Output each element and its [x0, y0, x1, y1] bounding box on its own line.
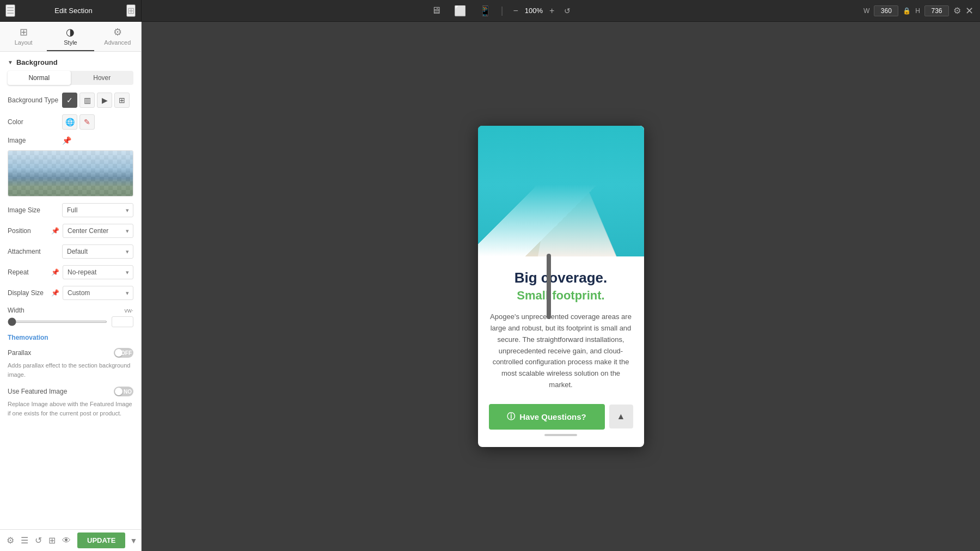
tablet-device-button[interactable]: ⬜: [451, 3, 469, 19]
svg-marker-1: [505, 126, 616, 256]
svg-line-7: [561, 126, 616, 256]
zoom-in-button[interactable]: +: [546, 5, 558, 17]
attachment-select[interactable]: Default Fixed Scroll: [62, 244, 133, 259]
advanced-icon: ⚙: [113, 26, 122, 38]
parallax-label: Parallax: [8, 349, 31, 357]
top-bar: ☰ Edit Section ⊞ 🖥 ⬜ 📱 | − 100% + ↺ W 🔒 …: [0, 0, 980, 22]
lock-icon: 🔒: [903, 7, 911, 15]
phone-up-button[interactable]: ▲: [609, 405, 633, 428]
phone-cta-row: ⓘ Have Questions? ▲: [489, 404, 633, 430]
phone-green-text: Small footprint.: [489, 289, 633, 303]
history-button[interactable]: ↺: [35, 535, 42, 546]
mobile-device-button[interactable]: 📱: [476, 3, 494, 19]
templates-button[interactable]: ⊞: [48, 535, 56, 546]
image-size-select[interactable]: Full Large Medium Thumbnail: [62, 203, 133, 217]
image-label: Image: [8, 137, 62, 144]
image-pin-icon[interactable]: 📌: [62, 136, 71, 145]
zoom-value: 100%: [525, 7, 543, 15]
sidebar-content: ▼ Background Normal Hover Background Typ…: [0, 52, 141, 428]
tab-style[interactable]: ◑ Style: [47, 22, 94, 51]
preview-button[interactable]: 👁: [62, 536, 71, 546]
width-label: Width: [8, 307, 24, 314]
image-size-select-wrap: Full Large Medium Thumbnail: [62, 203, 133, 217]
display-size-pin-icon[interactable]: 📌: [51, 289, 59, 297]
right-resize-handle[interactable]: [547, 254, 551, 319]
parallax-description: Adds parallax effect to the section back…: [8, 361, 133, 379]
position-select[interactable]: Center Center Top Left Top Center Top Ri…: [63, 224, 133, 238]
parallax-toggle[interactable]: OFF: [114, 348, 133, 358]
zoom-out-button[interactable]: −: [510, 5, 521, 17]
background-type-control: ✓ ▥ ▶ ⊞: [62, 93, 133, 108]
bg-tab-hover[interactable]: Hover: [71, 71, 134, 85]
desktop-device-button[interactable]: 🖥: [428, 3, 444, 19]
repeat-pin-icon[interactable]: 📌: [51, 268, 59, 276]
top-bar-right: W 🔒 H ⚙ ✕: [857, 5, 980, 17]
bottom-bar: ⚙ ☰ ↺ ⊞ 👁 UPDATE ▼: [0, 529, 141, 551]
display-size-select-wrap: Custom Cover Contain Auto: [63, 286, 133, 300]
arrow-icon: ▼: [8, 59, 13, 65]
solid-type-button[interactable]: ✓: [62, 93, 77, 108]
tab-layout[interactable]: ⊞ Layout: [0, 22, 47, 51]
close-button[interactable]: ✕: [965, 5, 973, 17]
tab-style-label: Style: [64, 39, 77, 46]
width-slider[interactable]: [8, 321, 107, 323]
width-input[interactable]: [874, 5, 898, 16]
top-bar-center: 🖥 ⬜ 📱 | − 100% + ↺: [142, 3, 857, 19]
image-size-row: Image Size Full Large Medium Thumbnail: [8, 203, 133, 217]
phone-content: Big coverage. Small footprint. Apogee's …: [478, 256, 644, 447]
settings-button[interactable]: ⚙: [953, 5, 961, 16]
update-button[interactable]: UPDATE: [77, 532, 125, 548]
color-row: Color 🌐 ✎: [8, 114, 133, 130]
tab-advanced[interactable]: ⚙ Advanced: [94, 22, 141, 51]
width-label-row: Width vw·: [8, 307, 133, 314]
background-type-row: Background Type ✓ ▥ ▶ ⊞: [8, 93, 133, 108]
position-pin-icon[interactable]: 📌: [51, 227, 59, 235]
video-type-button[interactable]: ▶: [97, 93, 112, 108]
grid-button[interactable]: ⊞: [126, 4, 136, 17]
position-select-wrap: Center Center Top Left Top Center Top Ri…: [63, 224, 133, 238]
phone-cta-button[interactable]: ⓘ Have Questions?: [489, 404, 605, 430]
svg-rect-4: [560, 126, 562, 197]
gradient-type-button[interactable]: ▥: [79, 93, 95, 108]
tab-bar: ⊞ Layout ◑ Style ⚙ Advanced: [0, 22, 141, 52]
refresh-button[interactable]: ↺: [564, 7, 571, 15]
question-icon: ⓘ: [507, 412, 515, 422]
sidebar: ⊞ Layout ◑ Style ⚙ Advanced ▼ Background…: [0, 22, 142, 551]
zoom-controls: − 100% +: [510, 5, 558, 17]
collapse-button[interactable]: ▼: [130, 536, 137, 545]
color-control: 🌐 ✎: [62, 114, 133, 130]
display-size-label: Display Size: [8, 289, 51, 297]
featured-image-toggle[interactable]: NO: [114, 387, 133, 396]
phone-body-text: Apogee's unprecedented coverage areas ar…: [489, 311, 633, 391]
main-area: ⊞ Layout ◑ Style ⚙ Advanced ▼ Background…: [0, 22, 980, 551]
width-row: Width vw·: [8, 307, 133, 327]
slideshow-type-button[interactable]: ⊞: [114, 93, 130, 108]
settings-bottom-button[interactable]: ⚙: [7, 535, 14, 546]
position-row: Position 📌 Center Center Top Left Top Ce…: [8, 224, 133, 238]
image-preview[interactable]: [8, 150, 133, 197]
hamburger-button[interactable]: ☰: [5, 4, 15, 17]
repeat-label: Repeat: [8, 268, 51, 276]
page-title: Edit Section: [21, 7, 126, 15]
width-number-input[interactable]: [112, 316, 133, 327]
attachment-select-wrap: Default Fixed Scroll: [62, 244, 133, 259]
layers-button[interactable]: ☰: [21, 535, 28, 546]
background-section-header[interactable]: ▼ Background: [8, 52, 133, 71]
phone-preview-frame: Big coverage. Small footprint. Apogee's …: [478, 126, 644, 447]
height-label: H: [915, 7, 920, 15]
repeat-select[interactable]: No-repeat Repeat Repeat-x Repeat-y: [63, 265, 133, 279]
repeat-select-wrap: No-repeat Repeat Repeat-x Repeat-y: [63, 265, 133, 279]
layout-icon: ⊞: [20, 26, 28, 38]
display-size-select[interactable]: Custom Cover Contain Auto: [63, 286, 133, 300]
color-pencil-button[interactable]: ✎: [79, 114, 95, 130]
width-label: W: [863, 7, 869, 15]
height-input[interactable]: [924, 5, 949, 16]
svg-marker-5: [505, 126, 561, 256]
hero-image-svg: [478, 126, 644, 256]
bg-tab-normal[interactable]: Normal: [8, 71, 71, 85]
background-label: Background: [16, 58, 58, 66]
canvas-area: Big coverage. Small footprint. Apogee's …: [142, 22, 980, 551]
color-globe-button[interactable]: 🌐: [62, 114, 77, 130]
featured-image-label: Use Featured Image: [8, 388, 67, 395]
style-icon: ◑: [66, 26, 75, 38]
